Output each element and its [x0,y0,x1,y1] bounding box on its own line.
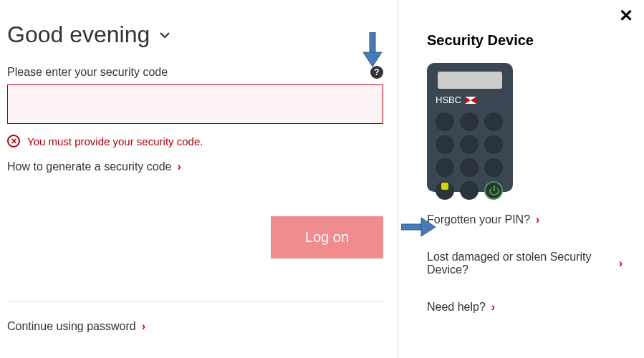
side-links: Forgotten your PIN? › Lost damaged or st… [427,213,623,321]
forgotten-pin-label: Forgotten your PIN? [427,213,530,226]
chevron-right-icon: › [536,213,539,226]
greeting-row[interactable]: Good evening [7,21,383,48]
device-key [460,181,479,200]
security-code-label: Please enter your security code [7,66,168,79]
chevron-right-icon: › [142,320,145,333]
chevron-right-icon: › [619,257,623,270]
continue-password-link[interactable]: Continue using password › [7,320,383,333]
forgotten-pin-link[interactable]: Forgotten your PIN? › [427,213,623,226]
help-icon[interactable]: ? [370,66,383,79]
continue-password-label: Continue using password [7,320,136,333]
close-button[interactable]: ✕ [619,6,633,26]
device-key [484,112,503,131]
lost-device-link[interactable]: Lost damaged or stolen Security Device? … [427,251,623,276]
device-key [484,158,503,177]
logon-button[interactable]: Log on [271,216,383,258]
need-help-label: Need help? [427,301,486,314]
field-label-row: Please enter your security code ? [7,66,383,79]
security-device-image: HSBC [427,63,513,192]
need-help-link[interactable]: Need help? › [427,301,623,314]
device-screen [438,72,502,89]
side-panel-title: Security Device [427,32,623,49]
device-key [436,158,454,177]
device-key [436,181,454,200]
device-key [460,158,479,177]
device-brand-text: HSBC [436,95,461,105]
error-message: ✕ You must provide your security code. [7,135,383,147]
device-brand: HSBC [434,95,506,105]
chevron-right-icon: › [491,301,495,314]
device-key [484,135,503,154]
alternate-login-section: Continue using password › [7,301,383,340]
device-key [436,112,454,131]
yellow-button-icon [441,183,448,190]
greeting-text: Good evening [7,21,150,48]
power-button-icon [484,181,503,200]
device-key [460,112,479,131]
security-code-input[interactable] [7,84,383,124]
hsbc-logo-icon [465,97,476,104]
error-icon: ✕ [7,135,20,147]
chevron-right-icon: › [177,160,181,173]
device-key [460,135,479,154]
device-keypad [434,112,506,200]
generate-code-link[interactable]: How to generate a security code › [7,160,383,173]
side-panel: Security Device HSBC Forgotten your PIN? [398,0,644,358]
chevron-down-icon [158,29,171,42]
error-text: You must provide your security code. [27,135,203,147]
device-key [436,135,454,154]
lost-device-label: Lost damaged or stolen Security Device? [427,251,613,276]
login-panel: Good evening Please enter your security … [0,0,398,358]
generate-code-label: How to generate a security code [7,160,171,173]
